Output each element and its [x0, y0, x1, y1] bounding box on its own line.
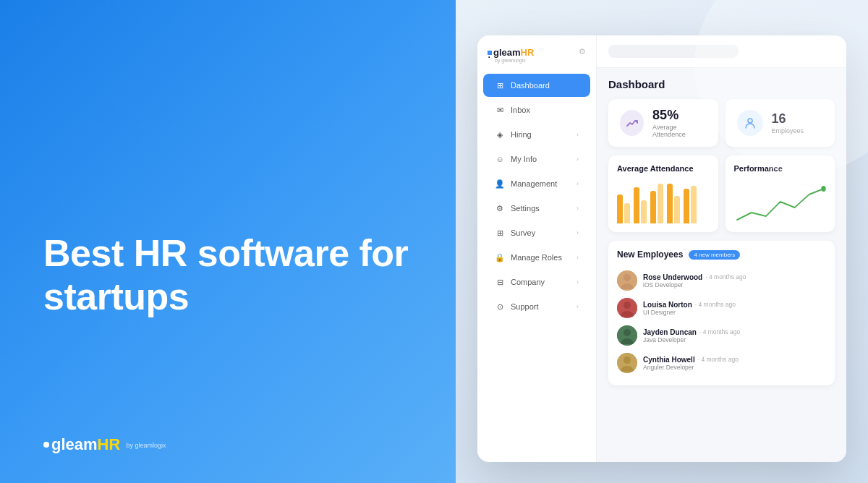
bar	[650, 191, 656, 223]
sidebar-item-label: Company	[511, 278, 571, 286]
sidebar-item-management[interactable]: 👤 Management ›	[483, 172, 590, 195]
svg-point-5	[624, 302, 631, 309]
dashboard-body: Dashboard 85% Average Attend	[597, 68, 846, 396]
employees-value: 16	[772, 111, 804, 127]
hero-logo-subtext: by gleamlogix	[126, 442, 166, 449]
sidebar-item-support[interactable]: ⊙ Support ›	[483, 295, 590, 318]
employee-item: Louisa Norton · 4 months ago UI Designer	[617, 294, 826, 322]
svg-point-7	[624, 329, 631, 336]
sidebar-item-settings[interactable]: ⚙ Settings ›	[483, 197, 590, 220]
avatar	[617, 298, 637, 318]
chart-title-attendance: Average Attendance	[617, 164, 710, 173]
inbox-icon: ✉	[495, 105, 505, 115]
employee-time: · 4 months ago	[695, 301, 736, 308]
employee-name: Rose Underwood	[643, 273, 702, 281]
sidebar-item-label: Management	[511, 179, 571, 188]
employee-role: Java Developer	[643, 336, 826, 343]
sidebar-logo-area: · gleamHR by gleamlogix ⚙	[477, 47, 596, 73]
chevron-right-icon: ›	[576, 155, 579, 163]
avatar	[617, 270, 637, 291]
sidebar-logo-text: gleamHR	[493, 47, 534, 58]
new-members-badge: 4 new members	[689, 250, 740, 260]
sidebar-item-label: Hiring	[511, 130, 571, 139]
performance-chart: Performance	[726, 155, 835, 232]
employees-label: Employees	[772, 127, 804, 134]
manage-roles-icon: 🔒	[495, 252, 505, 262]
support-icon: ⊙	[495, 302, 505, 312]
line-chart	[734, 180, 827, 223]
employee-name: Louisa Norton	[643, 301, 692, 309]
bar	[624, 203, 630, 223]
new-employees-section: New Employees 4 new members Rose Underwo…	[608, 241, 835, 385]
sidebar-item-label: My Info	[511, 155, 571, 163]
chevron-right-icon: ›	[576, 205, 579, 212]
bar	[658, 184, 663, 223]
sidebar-item-survey[interactable]: ⊞ Survey ›	[483, 221, 590, 244]
my-info-icon: ☺	[495, 154, 505, 164]
bar	[634, 187, 639, 223]
survey-icon: ⊞	[495, 228, 505, 238]
logo-text-hr: HR	[98, 435, 121, 454]
attendance-label: Average Attendence	[652, 124, 706, 138]
bar	[641, 200, 647, 223]
chevron-right-icon: ›	[576, 303, 579, 310]
main-content: Dashboard 85% Average Attend	[597, 35, 846, 462]
sidebar-item-company[interactable]: ⊟ Company ›	[483, 270, 590, 294]
bar	[691, 186, 697, 223]
avatar	[617, 353, 637, 373]
avg-attendance-chart: Average Attendance	[608, 155, 718, 232]
employees-icon	[737, 110, 763, 136]
hero-headline: Best HR software for startups	[43, 232, 420, 319]
stat-card-employees: 16 Employees	[726, 99, 835, 147]
employee-role: UI Designer	[643, 309, 826, 316]
new-employees-title: New Employees	[617, 249, 683, 260]
sidebar-item-label: Survey	[511, 228, 571, 237]
employee-time: · 4 months ago	[699, 328, 740, 335]
chevron-right-icon: ›	[576, 278, 579, 286]
chevron-right-icon: ›	[576, 229, 579, 236]
page-title: Dashboard	[608, 78, 835, 90]
attendance-value: 85%	[652, 108, 706, 123]
employee-time: · 4 months ago	[698, 356, 739, 363]
hiring-icon: ◈	[495, 129, 505, 140]
sidebar-logo-dot-icon: ·	[488, 51, 492, 55]
new-employees-header: New Employees 4 new members	[617, 249, 826, 260]
sidebar-item-label: Support	[511, 302, 571, 311]
employee-name: Jayden Duncan	[643, 328, 697, 336]
charts-row: Average Attendance	[608, 155, 835, 232]
sidebar-item-dashboard[interactable]: ⊞ Dashboard	[483, 74, 590, 97]
search-bar[interactable]	[608, 45, 739, 58]
company-icon: ⊟	[495, 277, 505, 287]
sidebar-item-my-info[interactable]: ☺ My Info ›	[483, 148, 590, 171]
stat-card-attendance: 85% Average Attendence	[608, 99, 718, 147]
svg-point-0	[748, 119, 752, 123]
hero-section: Best HR software for startups gleamHR by…	[0, 0, 456, 483]
sidebar-item-label: Manage Roles	[511, 253, 571, 262]
avatar	[617, 325, 637, 346]
svg-point-1	[821, 186, 825, 192]
bar-chart	[617, 180, 710, 223]
svg-point-3	[624, 274, 631, 281]
bar	[667, 184, 673, 223]
bar	[617, 195, 623, 223]
sidebar-item-hiring[interactable]: ◈ Hiring ›	[483, 123, 590, 146]
sidebar-item-manage-roles[interactable]: 🔒 Manage Roles ›	[483, 246, 590, 269]
app-section: · gleamHR by gleamlogix ⚙ ⊞ Dashboard ✉ …	[456, 0, 868, 483]
logo-text-glm: gleam	[51, 435, 98, 454]
logo-dot-icon	[43, 442, 49, 448]
employee-item: Jayden Duncan · 4 months ago Java Develo…	[617, 322, 826, 349]
sidebar-item-inbox[interactable]: ✉ Inbox	[483, 98, 590, 121]
sidebar-item-label: Settings	[511, 204, 571, 213]
employee-role: iOS Developer	[643, 281, 826, 288]
chevron-right-icon: ›	[576, 180, 579, 187]
employee-item: Rose Underwood · 4 months ago iOS Develo…	[617, 267, 826, 294]
app-sidebar: · gleamHR by gleamlogix ⚙ ⊞ Dashboard ✉ …	[477, 35, 597, 462]
chart-title-performance: Performance	[734, 164, 827, 173]
hero-bottom-logo: gleamHR by gleamlogix	[43, 435, 420, 454]
hero-tagline: Best HR software for startups	[43, 232, 420, 319]
svg-point-9	[624, 356, 631, 364]
sidebar-item-label: Dashboard	[511, 81, 579, 90]
dashboard-icon: ⊞	[495, 80, 505, 90]
settings-icon[interactable]: ⚙	[579, 47, 586, 56]
employee-role: Anguler Developer	[643, 364, 826, 371]
